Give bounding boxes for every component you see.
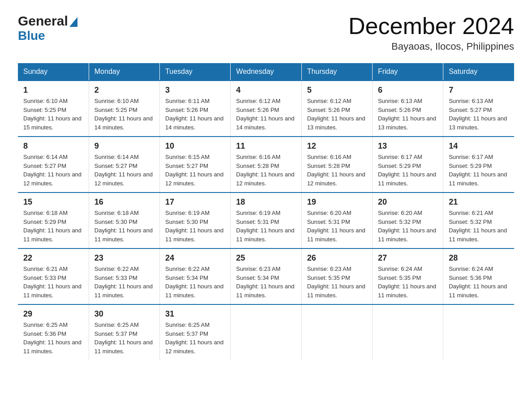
title-section: December 2024 Bayaoas, Ilocos, Philippin… bbox=[348, 13, 514, 52]
day-cell-13: 13 Sunrise: 6:17 AM Sunset: 5:29 PM Dayl… bbox=[372, 137, 443, 193]
day-number: 2 bbox=[94, 86, 154, 95]
day-number: 9 bbox=[94, 141, 154, 151]
day-info: Sunrise: 6:22 AM Sunset: 5:34 PM Dayligh… bbox=[165, 265, 225, 300]
day-header-monday: Monday bbox=[89, 63, 159, 81]
logo-blue-text: Blue bbox=[18, 30, 45, 42]
day-cell-16: 16 Sunrise: 6:18 AM Sunset: 5:30 PM Dayl… bbox=[89, 193, 159, 248]
empty-cell bbox=[372, 304, 443, 360]
day-cell-21: 21 Sunrise: 6:21 AM Sunset: 5:32 PM Dayl… bbox=[443, 193, 514, 248]
day-info: Sunrise: 6:13 AM Sunset: 5:27 PM Dayligh… bbox=[449, 97, 509, 132]
day-info: Sunrise: 6:17 AM Sunset: 5:29 PM Dayligh… bbox=[378, 153, 438, 188]
day-info: Sunrise: 6:10 AM Sunset: 5:25 PM Dayligh… bbox=[94, 97, 154, 132]
day-info: Sunrise: 6:25 AM Sunset: 5:36 PM Dayligh… bbox=[23, 321, 83, 355]
week-row-2: 8 Sunrise: 6:14 AM Sunset: 5:27 PM Dayli… bbox=[18, 137, 514, 193]
day-header-sunday: Sunday bbox=[18, 63, 89, 81]
day-cell-27: 27 Sunrise: 6:24 AM Sunset: 5:35 PM Dayl… bbox=[372, 248, 443, 304]
day-info: Sunrise: 6:20 AM Sunset: 5:31 PM Dayligh… bbox=[307, 209, 367, 244]
day-cell-10: 10 Sunrise: 6:15 AM Sunset: 5:27 PM Dayl… bbox=[160, 137, 231, 193]
day-info: Sunrise: 6:22 AM Sunset: 5:33 PM Dayligh… bbox=[94, 265, 154, 300]
page-header: General Blue December 2024 Bayaoas, Iloc… bbox=[18, 13, 514, 52]
day-info: Sunrise: 6:13 AM Sunset: 5:26 PM Dayligh… bbox=[378, 97, 438, 132]
day-info: Sunrise: 6:14 AM Sunset: 5:27 PM Dayligh… bbox=[94, 153, 154, 188]
day-cell-1: 1 Sunrise: 6:10 AM Sunset: 5:25 PM Dayli… bbox=[18, 81, 89, 137]
day-cell-17: 17 Sunrise: 6:19 AM Sunset: 5:30 PM Dayl… bbox=[160, 193, 231, 248]
day-number: 16 bbox=[94, 197, 154, 207]
day-number: 28 bbox=[449, 253, 509, 263]
day-info: Sunrise: 6:23 AM Sunset: 5:34 PM Dayligh… bbox=[236, 265, 296, 300]
week-row-5: 29 Sunrise: 6:25 AM Sunset: 5:36 PM Dayl… bbox=[18, 304, 514, 360]
logo: General Blue bbox=[18, 13, 77, 42]
day-cell-28: 28 Sunrise: 6:24 AM Sunset: 5:36 PM Dayl… bbox=[443, 248, 514, 304]
day-cell-18: 18 Sunrise: 6:19 AM Sunset: 5:31 PM Dayl… bbox=[231, 193, 301, 248]
calendar-subtitle: Bayaoas, Ilocos, Philippines bbox=[348, 41, 514, 52]
day-cell-12: 12 Sunrise: 6:16 AM Sunset: 5:28 PM Dayl… bbox=[301, 137, 372, 193]
calendar-header: SundayMondayTuesdayWednesdayThursdayFrid… bbox=[18, 63, 514, 81]
empty-cell bbox=[443, 304, 514, 360]
day-number: 14 bbox=[449, 141, 509, 151]
day-info: Sunrise: 6:12 AM Sunset: 5:26 PM Dayligh… bbox=[236, 97, 296, 132]
day-info: Sunrise: 6:25 AM Sunset: 5:37 PM Dayligh… bbox=[94, 321, 154, 355]
day-cell-11: 11 Sunrise: 6:16 AM Sunset: 5:28 PM Dayl… bbox=[231, 137, 301, 193]
day-info: Sunrise: 6:24 AM Sunset: 5:35 PM Dayligh… bbox=[378, 265, 438, 300]
day-info: Sunrise: 6:10 AM Sunset: 5:25 PM Dayligh… bbox=[23, 97, 83, 132]
day-header-tuesday: Tuesday bbox=[160, 63, 231, 81]
day-number: 13 bbox=[378, 141, 438, 151]
week-row-4: 22 Sunrise: 6:21 AM Sunset: 5:33 PM Dayl… bbox=[18, 248, 514, 304]
day-info: Sunrise: 6:18 AM Sunset: 5:30 PM Dayligh… bbox=[94, 209, 154, 244]
day-number: 22 bbox=[23, 253, 83, 263]
day-number: 7 bbox=[449, 86, 509, 95]
day-cell-24: 24 Sunrise: 6:22 AM Sunset: 5:34 PM Dayl… bbox=[160, 248, 231, 304]
day-cell-31: 31 Sunrise: 6:25 AM Sunset: 5:37 PM Dayl… bbox=[160, 304, 231, 360]
day-cell-25: 25 Sunrise: 6:23 AM Sunset: 5:34 PM Dayl… bbox=[231, 248, 301, 304]
day-number: 11 bbox=[236, 141, 296, 151]
day-cell-19: 19 Sunrise: 6:20 AM Sunset: 5:31 PM Dayl… bbox=[301, 193, 372, 248]
day-number: 21 bbox=[449, 197, 509, 207]
day-number: 23 bbox=[94, 253, 154, 263]
day-cell-9: 9 Sunrise: 6:14 AM Sunset: 5:27 PM Dayli… bbox=[89, 137, 159, 193]
day-cell-8: 8 Sunrise: 6:14 AM Sunset: 5:27 PM Dayli… bbox=[18, 137, 89, 193]
day-info: Sunrise: 6:21 AM Sunset: 5:33 PM Dayligh… bbox=[23, 265, 83, 300]
day-cell-30: 30 Sunrise: 6:25 AM Sunset: 5:37 PM Dayl… bbox=[89, 304, 159, 360]
logo-triangle-icon bbox=[69, 17, 77, 27]
day-header-friday: Friday bbox=[372, 63, 443, 81]
day-number: 15 bbox=[23, 197, 83, 207]
day-number: 26 bbox=[307, 253, 367, 263]
day-number: 10 bbox=[165, 141, 225, 151]
day-info: Sunrise: 6:23 AM Sunset: 5:35 PM Dayligh… bbox=[307, 265, 367, 300]
day-info: Sunrise: 6:15 AM Sunset: 5:27 PM Dayligh… bbox=[165, 153, 225, 188]
day-number: 17 bbox=[165, 197, 225, 207]
day-info: Sunrise: 6:18 AM Sunset: 5:29 PM Dayligh… bbox=[23, 209, 83, 244]
day-cell-23: 23 Sunrise: 6:22 AM Sunset: 5:33 PM Dayl… bbox=[89, 248, 159, 304]
day-header-wednesday: Wednesday bbox=[231, 63, 301, 81]
day-cell-29: 29 Sunrise: 6:25 AM Sunset: 5:36 PM Dayl… bbox=[18, 304, 89, 360]
calendar-title: December 2024 bbox=[348, 13, 514, 39]
day-cell-5: 5 Sunrise: 6:12 AM Sunset: 5:26 PM Dayli… bbox=[301, 81, 372, 137]
empty-cell bbox=[301, 304, 372, 360]
week-row-3: 15 Sunrise: 6:18 AM Sunset: 5:29 PM Dayl… bbox=[18, 193, 514, 248]
day-number: 1 bbox=[23, 86, 83, 95]
day-number: 31 bbox=[165, 309, 225, 319]
day-cell-14: 14 Sunrise: 6:17 AM Sunset: 5:29 PM Dayl… bbox=[443, 137, 514, 193]
day-info: Sunrise: 6:14 AM Sunset: 5:27 PM Dayligh… bbox=[23, 153, 83, 188]
day-number: 8 bbox=[23, 141, 83, 151]
day-cell-15: 15 Sunrise: 6:18 AM Sunset: 5:29 PM Dayl… bbox=[18, 193, 89, 248]
day-number: 20 bbox=[378, 197, 438, 207]
day-number: 29 bbox=[23, 309, 83, 319]
day-number: 5 bbox=[307, 86, 367, 95]
day-info: Sunrise: 6:11 AM Sunset: 5:26 PM Dayligh… bbox=[165, 97, 225, 132]
day-info: Sunrise: 6:19 AM Sunset: 5:30 PM Dayligh… bbox=[165, 209, 225, 244]
day-info: Sunrise: 6:16 AM Sunset: 5:28 PM Dayligh… bbox=[236, 153, 296, 188]
day-cell-2: 2 Sunrise: 6:10 AM Sunset: 5:25 PM Dayli… bbox=[89, 81, 159, 137]
day-cell-3: 3 Sunrise: 6:11 AM Sunset: 5:26 PM Dayli… bbox=[160, 81, 231, 137]
calendar-table: SundayMondayTuesdayWednesdayThursdayFrid… bbox=[18, 63, 514, 360]
day-cell-4: 4 Sunrise: 6:12 AM Sunset: 5:26 PM Dayli… bbox=[231, 81, 301, 137]
day-info: Sunrise: 6:21 AM Sunset: 5:32 PM Dayligh… bbox=[449, 209, 509, 244]
day-header-thursday: Thursday bbox=[301, 63, 372, 81]
day-number: 18 bbox=[236, 197, 296, 207]
day-cell-6: 6 Sunrise: 6:13 AM Sunset: 5:26 PM Dayli… bbox=[372, 81, 443, 137]
week-row-1: 1 Sunrise: 6:10 AM Sunset: 5:25 PM Dayli… bbox=[18, 81, 514, 137]
day-info: Sunrise: 6:25 AM Sunset: 5:37 PM Dayligh… bbox=[165, 321, 225, 355]
day-number: 4 bbox=[236, 86, 296, 95]
day-number: 19 bbox=[307, 197, 367, 207]
day-cell-22: 22 Sunrise: 6:21 AM Sunset: 5:33 PM Dayl… bbox=[18, 248, 89, 304]
